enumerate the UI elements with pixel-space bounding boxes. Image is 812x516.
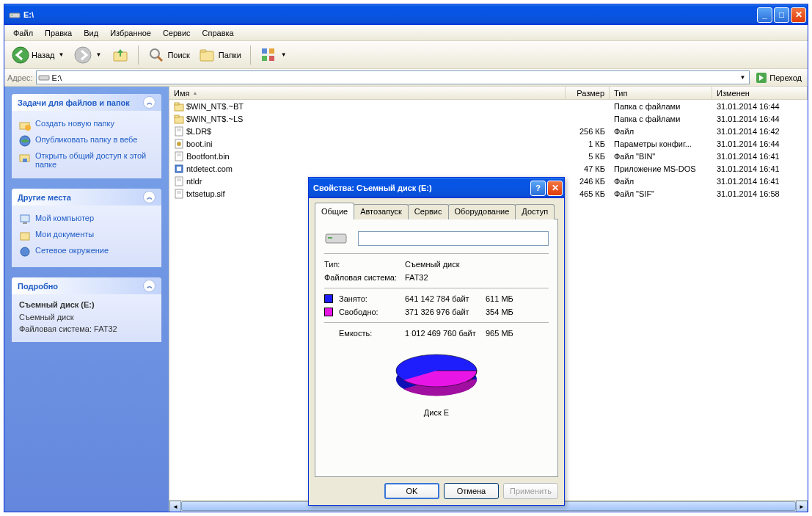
app-icon [174, 164, 184, 174]
svg-rect-33 [175, 152, 183, 161]
menu-help[interactable]: Справка [197, 26, 240, 40]
file-date: 31.01.2014 16:41 [712, 177, 808, 186]
menu-file[interactable]: Файл [7, 26, 39, 40]
file-row[interactable]: Bootfont.bin5 КБФайл "BIN"31.01.2014 16:… [169, 150, 808, 162]
svg-rect-27 [175, 115, 179, 117]
tab-autoplay[interactable]: Автозапуск [354, 204, 409, 219]
search-button[interactable]: Поиск [145, 45, 192, 65]
address-field[interactable]: E:\ ▼ [36, 70, 750, 84]
svg-rect-21 [23, 222, 27, 224]
file-name: $WIN_NT$.~LS [186, 115, 243, 123]
svg-rect-41 [175, 189, 183, 198]
scroll-left-arrow[interactable]: ◄ [169, 501, 181, 512]
file-name: txtsetup.sif [186, 189, 225, 198]
chevron-up-icon: ︽ [143, 280, 156, 292]
tab-general[interactable]: Общие [315, 203, 354, 219]
free-mb: 354 МБ [486, 308, 522, 316]
svg-rect-20 [21, 215, 29, 222]
go-label: Переход [769, 73, 802, 82]
address-dropdown[interactable]: ▼ [737, 74, 747, 81]
minimize-button[interactable]: _ [757, 7, 772, 23]
column-size[interactable]: Размер [566, 87, 610, 99]
file-size: 256 КБ [566, 127, 610, 136]
new-folder-icon [19, 119, 31, 131]
share-icon [19, 151, 31, 163]
menu-view[interactable]: Вид [78, 26, 104, 40]
svg-rect-7 [200, 51, 213, 61]
place-network[interactable]: Сетевое окружение [19, 244, 154, 260]
column-name[interactable]: Имя ▲ [169, 87, 566, 99]
task-item-label: Опубликовать папку в вебе [35, 135, 137, 144]
panel-tasks-title: Задачи для файлов и папок [18, 98, 130, 107]
used-mb: 611 МБ [486, 294, 522, 303]
file-date: 31.01.2014 16:44 [712, 102, 808, 111]
file-row[interactable]: $WIN_NT$.~BTПапка с файлами31.01.2014 16… [169, 100, 808, 112]
capacity-mb: 965 МБ [486, 329, 522, 338]
type-value: Съемный диск [405, 260, 460, 269]
panel-details-header[interactable]: Подробно ︽ [12, 277, 161, 294]
svg-rect-37 [177, 167, 181, 171]
folder-icon [174, 114, 184, 124]
window-title: E:\ [23, 10, 756, 19]
svg-rect-9 [262, 48, 267, 54]
go-button[interactable]: Переход [753, 70, 805, 85]
back-button[interactable]: Назад ▼ [9, 45, 68, 65]
ok-button[interactable]: OK [384, 483, 439, 499]
up-button[interactable] [109, 45, 132, 65]
pie-label: Диск E [324, 408, 549, 417]
dialog-close-button[interactable]: ✕ [547, 181, 563, 196]
free-bytes: 371 326 976 байт [405, 308, 486, 316]
tab-sharing[interactable]: Доступ [515, 204, 555, 219]
drive-large-icon [324, 230, 348, 247]
globe-icon [19, 135, 31, 147]
menu-favorites[interactable]: Избранное [104, 26, 157, 40]
svg-rect-28 [175, 127, 183, 136]
file-row[interactable]: $WIN_NT$.~LSПапка с файлами31.01.2014 16… [169, 112, 808, 125]
menu-tools[interactable]: Сервис [157, 26, 197, 40]
file-size: 246 КБ [566, 177, 610, 186]
column-type[interactable]: Тип [610, 87, 712, 99]
panel-places-header[interactable]: Другие места ︽ [12, 189, 161, 206]
file-size: 47 КБ [566, 164, 610, 173]
disk-label-input[interactable] [358, 231, 549, 246]
help-button[interactable]: ? [530, 181, 546, 196]
cancel-button[interactable]: Отмена [444, 483, 499, 499]
file-row[interactable]: $LDR$256 КБФайл31.01.2014 16:42 [169, 125, 808, 137]
file-size: 5 КБ [566, 152, 610, 161]
address-bar: Адрес: E:\ ▼ Переход [4, 69, 808, 87]
task-publish-web[interactable]: Опубликовать папку в вебе [19, 133, 154, 149]
scroll-right-arrow[interactable]: ► [796, 501, 808, 512]
views-button[interactable]: ▼ [257, 45, 291, 65]
panel-tasks-header[interactable]: Задачи для файлов и папок ︽ [12, 94, 161, 111]
task-new-folder[interactable]: Создать новую папку [19, 117, 154, 133]
place-my-computer[interactable]: Мой компьютер [19, 211, 154, 228]
folders-button[interactable]: Папки [196, 45, 244, 65]
panel-details: Подробно ︽ Съемный диск (E:) Съемный дис… [12, 277, 161, 342]
titlebar[interactable]: E:\ _ □ ✕ [4, 4, 808, 25]
file-name: ntdetect.com [186, 164, 233, 173]
up-icon [111, 46, 129, 64]
task-share-folder[interactable]: Открыть общий доступ к этой папке [19, 149, 154, 171]
search-label: Поиск [167, 51, 189, 59]
file-date: 31.01.2014 16:42 [712, 127, 808, 136]
task-item-label: Создать новую папку [35, 119, 114, 128]
file-type: Файл [610, 127, 712, 136]
file-row[interactable]: ntdetect.com47 КБПриложение MS-DOS31.01.… [169, 162, 808, 175]
file-date: 31.01.2014 16:41 [712, 164, 808, 173]
maximize-button[interactable]: □ [774, 7, 789, 23]
place-my-documents[interactable]: Мои документы [19, 228, 154, 244]
dialog-titlebar[interactable]: Свойства: Съемный диск (E:) ? ✕ [309, 178, 564, 198]
menu-edit[interactable]: Правка [39, 26, 78, 40]
back-dropdown[interactable]: ▼ [57, 51, 66, 58]
forward-button[interactable]: ▼ [71, 45, 106, 65]
views-dropdown[interactable]: ▼ [279, 51, 288, 58]
type-label: Тип: [324, 260, 405, 269]
column-modified[interactable]: Изменен [712, 87, 808, 99]
forward-dropdown[interactable]: ▼ [94, 51, 103, 58]
close-button[interactable]: ✕ [791, 7, 806, 23]
detail-disk-type: Съемный диск [19, 311, 154, 323]
fs-value: FAT32 [405, 273, 428, 282]
tab-tools[interactable]: Сервис [408, 204, 449, 219]
file-row[interactable]: boot.ini1 КБПараметры конфиг...31.01.201… [169, 137, 808, 150]
tab-hardware[interactable]: Оборудование [448, 204, 516, 219]
